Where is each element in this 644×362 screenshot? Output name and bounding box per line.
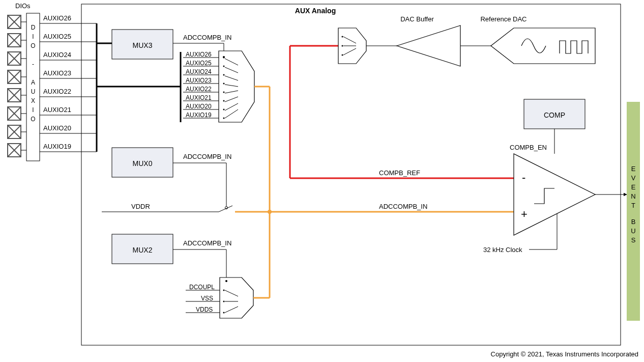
- svg-point-115: [223, 290, 225, 291]
- mux2-net-label: ADCCOMPB_IN: [183, 239, 231, 247]
- vddr-label: VDDR: [131, 203, 150, 210]
- svg-point-122: [268, 210, 272, 214]
- svg-point-105: [225, 280, 227, 282]
- svg-text:V: V: [631, 174, 636, 182]
- svg-text:+: +: [521, 208, 528, 220]
- svg-point-91: [223, 83, 225, 85]
- clk-label: 32 kHz Clock: [483, 246, 522, 254]
- event-bus-label: E V E N T B U S: [631, 165, 635, 244]
- reference-dac-label: Reference DAC: [480, 15, 526, 23]
- big-mux: AUXIO26 AUXIO25 AUXIO24 AUXIO23 AUXIO22 …: [183, 51, 254, 122]
- svg-text:N: N: [631, 192, 635, 200]
- svg-text:AUXIO26: AUXIO26: [43, 14, 71, 22]
- svg-point-94: [223, 109, 225, 110]
- svg-text:AUXIO21: AUXIO21: [43, 106, 71, 114]
- svg-text:D: D: [31, 24, 36, 31]
- svg-text:AUXIO20: AUXIO20: [186, 103, 212, 110]
- svg-text:A: A: [31, 79, 35, 86]
- dios-label: DIOs: [15, 2, 31, 10]
- svg-text:I: I: [32, 33, 34, 40]
- svg-text:B: B: [631, 218, 636, 226]
- svg-text:AUXIO26: AUXIO26: [186, 51, 212, 58]
- svg-text:AUXIO19: AUXIO19: [186, 112, 212, 119]
- compb-ref-label: COMPB_REF: [379, 169, 420, 177]
- svg-text:U: U: [631, 227, 635, 235]
- mux0-label: MUX0: [133, 159, 153, 168]
- mux2-label: MUX2: [133, 246, 153, 254]
- svg-text:VSS: VSS: [201, 295, 213, 302]
- svg-text:-: -: [522, 171, 525, 184]
- mux3-net-label: ADCCOMPB_IN: [183, 34, 231, 41]
- reference-dac-icon: [491, 28, 595, 64]
- svg-point-95: [223, 118, 225, 119]
- svg-text:AUXIO25: AUXIO25: [43, 33, 71, 40]
- dio-pads: [8, 15, 21, 157]
- dac-buffer-icon: [397, 25, 460, 66]
- adccompb-in-net-label: ADCCOMPB_IN: [379, 203, 427, 210]
- svg-text:AUXIO23: AUXIO23: [43, 69, 71, 77]
- mux2-trapezoid: DCOUPL VSS VDDS: [186, 277, 253, 318]
- svg-text:AUXIO23: AUXIO23: [186, 77, 212, 84]
- svg-text:VDDS: VDDS: [196, 306, 213, 313]
- svg-text:X: X: [31, 97, 35, 104]
- adccompb-in-net: [253, 87, 514, 298]
- svg-text:U: U: [31, 88, 36, 95]
- mux0-net-label: ADCCOMPB_IN: [183, 153, 231, 160]
- svg-text:S: S: [631, 236, 636, 244]
- mux3-label: MUX3: [133, 41, 153, 49]
- auxio-net-labels: AUXIO26 AUXIO25 AUXIO24 AUXIO23 AUXIO22 …: [43, 14, 71, 150]
- svg-text:AUXIO22: AUXIO22: [43, 88, 71, 95]
- svg-point-93: [223, 100, 225, 102]
- compb-en-label: COMPB_EN: [510, 144, 547, 151]
- svg-marker-137: [514, 154, 595, 235]
- comp-label: COMP: [544, 111, 565, 119]
- svg-point-89: [223, 66, 225, 67]
- dac-mux: [338, 28, 366, 64]
- svg-text:AUXIO25: AUXIO25: [186, 60, 212, 67]
- svg-point-130: [342, 36, 343, 38]
- svg-point-117: [223, 312, 225, 314]
- compb-ref-net: [290, 46, 514, 178]
- svg-text:DCOUPL: DCOUPL: [189, 284, 215, 291]
- svg-text:O: O: [31, 116, 35, 123]
- svg-text:E: E: [631, 165, 636, 173]
- copyright-text: Copyright © 2021, Texas Instruments Inco…: [491, 350, 638, 358]
- svg-text:O: O: [31, 42, 35, 49]
- svg-text:-: -: [32, 61, 34, 68]
- svg-text:AUXIO24: AUXIO24: [43, 51, 71, 59]
- svg-text:E: E: [631, 183, 636, 191]
- svg-marker-135: [491, 28, 595, 64]
- aux-analog-title: AUX Analog: [295, 7, 336, 15]
- comparator: - +: [514, 154, 595, 235]
- svg-text:AUXIO20: AUXIO20: [43, 124, 71, 132]
- svg-point-88: [223, 57, 225, 59]
- svg-point-92: [223, 92, 225, 93]
- svg-text:I: I: [32, 106, 34, 114]
- svg-text:AUXIO22: AUXIO22: [186, 86, 212, 93]
- svg-point-132: [342, 54, 343, 56]
- svg-marker-104: [220, 277, 253, 318]
- svg-point-90: [223, 74, 225, 76]
- aux-analog-diagram: DIOs: [0, 0, 644, 362]
- svg-point-131: [342, 45, 343, 47]
- svg-point-116: [223, 301, 225, 302]
- svg-text:AUXIO24: AUXIO24: [186, 68, 212, 75]
- dac-buffer-label: DAC Buffer: [400, 15, 434, 23]
- svg-text:AUXIO19: AUXIO19: [43, 143, 71, 150]
- svg-text:T: T: [631, 202, 635, 209]
- event-bus: [627, 102, 640, 321]
- svg-text:AUXIO21: AUXIO21: [186, 94, 212, 101]
